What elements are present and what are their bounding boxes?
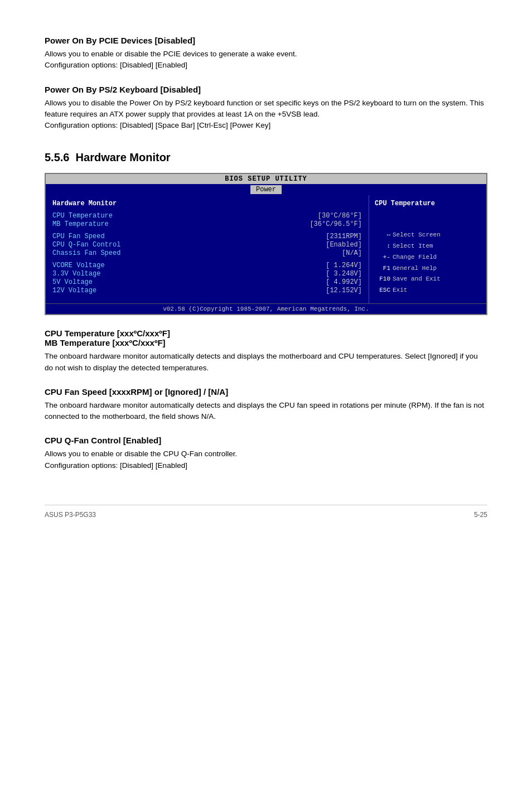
page-footer: ASUS P3-P5G33 5-25: [45, 505, 487, 519]
bios-key-item: ↕ Select Item: [375, 241, 481, 252]
cpu-fan-section: CPU Fan Speed [xxxxRPM] or [Ignored] / […: [45, 387, 487, 423]
bios-screenshot: BIOS SETUP UTILITY Power Hardware Monito…: [45, 173, 487, 315]
cpu-temp-section: CPU Temperature [xxxºC/xxxºF]MB Temperat…: [45, 328, 487, 374]
pcie-section: Power On By PCIE Devices [Disabled] Allo…: [45, 36, 487, 71]
bios-row-cpu-temp: CPU Temperature [30°C/86°F]: [52, 212, 362, 220]
ps2-body: Allows you to disable the Power On by PS…: [45, 98, 487, 132]
bios-left-panel: Hardware Monitor CPU Temperature [30°C/8…: [46, 195, 369, 303]
bios-help-title: CPU Temperature: [375, 200, 481, 207]
bios-title-bar: BIOS SETUP UTILITY: [46, 174, 486, 184]
cpu-qfan-section: CPU Q-Fan Control [Enabled] Allows you t…: [45, 436, 487, 471]
footer-left: ASUS P3-P5G33: [45, 511, 96, 519]
bios-row-5v: 5V Voltage [ 4.992V]: [52, 278, 362, 286]
bios-key-field: +- Change Field: [375, 252, 481, 263]
pcie-heading: Power On By PCIE Devices [Disabled]: [45, 36, 487, 45]
bios-footer: v02.58 (C)Copyright 1985-2007, American …: [46, 303, 486, 314]
bios-row-12v: 12V Voltage [12.152V]: [52, 287, 362, 294]
bios-row-33v: 3.3V Voltage [ 3.248V]: [52, 270, 362, 278]
ps2-heading: Power On By PS/2 Keyboard [Disabled]: [45, 85, 487, 94]
bios-right-panel: CPU Temperature ↔ Select Screen ↕ Select…: [369, 195, 486, 303]
bios-content-area: Hardware Monitor CPU Temperature [30°C/8…: [46, 195, 486, 303]
bios-row-chassis-fan: Chassis Fan Speed [N/A]: [52, 249, 362, 257]
cpu-temp-body: The onboard hardware monitor automatical…: [45, 351, 487, 374]
bios-help-keys: ↔ Select Screen ↕ Select Item +- Change …: [375, 230, 481, 296]
bios-row-cpu-fan: CPU Fan Speed [2311RPM]: [52, 233, 362, 240]
cpu-qfan-body: Allows you to enable or disable the CPU …: [45, 448, 487, 471]
bios-row-vcore: VCORE Voltage [ 1.264V]: [52, 262, 362, 269]
bios-tab-bar: Power: [46, 184, 486, 195]
bios-voltage-group: VCORE Voltage [ 1.264V] 3.3V Voltage [ 3…: [52, 262, 362, 294]
cpu-fan-body: The onboard hardware monitor automatical…: [45, 400, 487, 423]
cpu-qfan-heading: CPU Q-Fan Control [Enabled]: [45, 436, 487, 445]
bios-key-esc: ESC Exit: [375, 285, 481, 296]
bios-temp-group: CPU Temperature [30°C/86°F] MB Temperatu…: [52, 212, 362, 228]
ps2-section: Power On By PS/2 Keyboard [Disabled] All…: [45, 85, 487, 132]
bios-key-screen: ↔ Select Screen: [375, 230, 481, 241]
bios-tab-power: Power: [250, 185, 282, 194]
chapter-heading: 5.5.6 Hardware Monitor: [45, 151, 487, 164]
bios-key-f10: F10 Save and Exit: [375, 274, 481, 285]
bios-row-qfan: CPU Q-Fan Control [Enabled]: [52, 241, 362, 249]
bios-row-mb-temp: MB Temperature [36°C/96.5°F]: [52, 220, 362, 228]
pcie-body-line1: Allows you to enable or disable the PCIE…: [45, 49, 487, 71]
bios-fan-group: CPU Fan Speed [2311RPM] CPU Q-Fan Contro…: [52, 233, 362, 257]
cpu-fan-heading: CPU Fan Speed [xxxxRPM] or [Ignored] / […: [45, 387, 487, 397]
bios-section-title: Hardware Monitor: [52, 200, 362, 207]
bios-key-f1: F1 General Help: [375, 263, 481, 274]
footer-right: 5-25: [474, 511, 487, 519]
cpu-temp-heading: CPU Temperature [xxxºC/xxxºF]MB Temperat…: [45, 328, 487, 347]
